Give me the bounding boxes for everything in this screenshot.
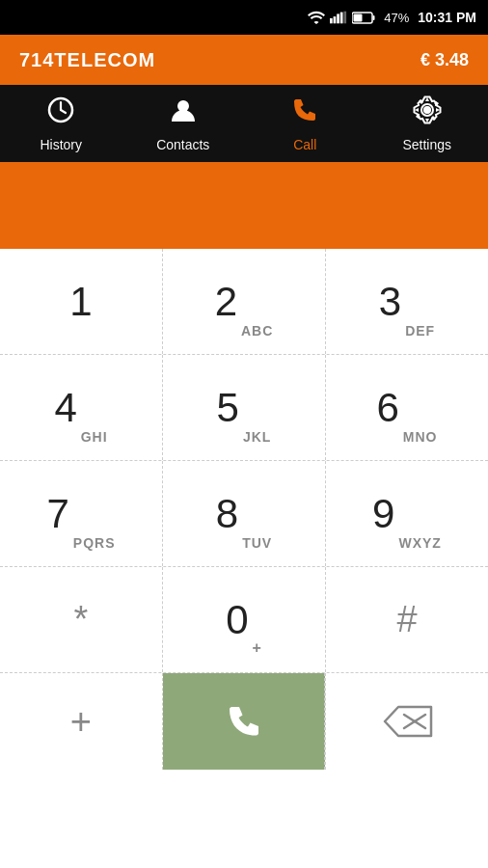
battery-percent: 47% bbox=[384, 11, 409, 25]
status-bar: 47% 10:31 PM bbox=[0, 0, 488, 35]
key-5[interactable]: 5 JKL bbox=[163, 355, 326, 460]
key-7-number: 7 bbox=[46, 491, 68, 537]
tab-history-label: History bbox=[40, 137, 82, 152]
key-3-number: 3 bbox=[379, 279, 401, 325]
key-0[interactable]: 0 + bbox=[163, 567, 326, 672]
backspace-icon bbox=[381, 703, 434, 740]
tab-settings-label: Settings bbox=[402, 137, 451, 152]
keypad-row-4: * 0 + # bbox=[0, 567, 488, 673]
key-9-number: 9 bbox=[372, 491, 394, 537]
key-0-number: 0 bbox=[226, 597, 248, 643]
nav-tabs: History Contacts Call bbox=[0, 85, 488, 162]
key-star[interactable]: * bbox=[0, 567, 163, 672]
battery-icon bbox=[352, 12, 375, 24]
wifi-icon bbox=[308, 11, 325, 24]
key-hash[interactable]: # bbox=[326, 567, 488, 672]
key-4[interactable]: 4 GHI bbox=[0, 355, 163, 460]
svg-rect-4 bbox=[344, 12, 347, 24]
contacts-icon bbox=[169, 95, 198, 131]
svg-rect-0 bbox=[330, 18, 333, 23]
keypad-row-2: 4 GHI 5 JKL 6 MNO bbox=[0, 355, 488, 461]
tab-call[interactable]: Call bbox=[244, 85, 366, 162]
svg-line-10 bbox=[61, 110, 66, 113]
key-4-letters: GHI bbox=[81, 429, 108, 445]
key-6-letters: MNO bbox=[403, 429, 438, 445]
keypad-row-3: 7 PQRS 8 TUV 9 WXYZ bbox=[0, 461, 488, 567]
tab-contacts-label: Contacts bbox=[156, 137, 209, 152]
key-7-letters: PQRS bbox=[73, 535, 116, 551]
svg-rect-6 bbox=[373, 15, 375, 20]
key-star-symbol: * bbox=[74, 599, 89, 640]
key-6[interactable]: 6 MNO bbox=[326, 355, 488, 460]
key-plus-symbol: + bbox=[70, 701, 92, 743]
key-5-letters: JKL bbox=[243, 429, 271, 445]
status-icons: 47% 10:31 PM bbox=[308, 10, 476, 25]
key-1[interactable]: 1 bbox=[0, 249, 163, 354]
key-3-letters: DEF bbox=[405, 323, 435, 339]
key-6-number: 6 bbox=[376, 385, 398, 431]
call-button[interactable] bbox=[163, 673, 326, 770]
battery-status bbox=[352, 12, 375, 24]
key-hash-symbol: # bbox=[396, 599, 417, 640]
backspace-button[interactable] bbox=[325, 673, 488, 770]
history-icon bbox=[46, 95, 75, 131]
svg-rect-7 bbox=[354, 14, 363, 21]
key-2-number: 2 bbox=[215, 279, 237, 325]
key-8-letters: TUV bbox=[242, 535, 272, 551]
tab-call-label: Call bbox=[293, 137, 316, 152]
call-icon bbox=[290, 95, 319, 131]
tab-settings[interactable]: Settings bbox=[366, 85, 489, 162]
key-9[interactable]: 9 WXYZ bbox=[326, 461, 488, 566]
key-add[interactable]: + bbox=[0, 673, 163, 770]
svg-rect-2 bbox=[337, 14, 339, 23]
keypad: 1 2 ABC 3 DEF 4 GHI 5 JKL 6 MNO 7 PQRS bbox=[0, 249, 488, 770]
key-4-number: 4 bbox=[54, 385, 76, 431]
svg-rect-3 bbox=[340, 13, 343, 24]
header-title: 714TELECOM bbox=[19, 49, 155, 71]
settings-icon bbox=[413, 95, 442, 131]
header-balance: € 3.48 bbox=[420, 50, 469, 70]
key-8[interactable]: 8 TUV bbox=[163, 461, 326, 566]
key-5-number: 5 bbox=[217, 385, 239, 431]
keypad-row-bottom: + bbox=[0, 673, 488, 770]
key-3[interactable]: 3 DEF bbox=[326, 249, 488, 354]
key-7[interactable]: 7 PQRS bbox=[0, 461, 163, 566]
tab-history[interactable]: History bbox=[0, 85, 122, 162]
status-time: 10:31 PM bbox=[418, 10, 476, 25]
call-button-icon bbox=[225, 702, 263, 741]
svg-rect-1 bbox=[334, 16, 337, 23]
key-2[interactable]: 2 ABC bbox=[163, 249, 326, 354]
key-8-number: 8 bbox=[216, 491, 238, 537]
keypad-row-1: 1 2 ABC 3 DEF bbox=[0, 249, 488, 355]
key-0-letters: + bbox=[253, 639, 262, 657]
tab-contacts[interactable]: Contacts bbox=[122, 85, 245, 162]
key-9-letters: WXYZ bbox=[398, 535, 441, 551]
key-2-letters: ABC bbox=[241, 323, 273, 339]
svg-point-14 bbox=[423, 106, 430, 113]
signal-icon bbox=[330, 11, 347, 24]
key-1-number: 1 bbox=[69, 279, 92, 325]
header: 714TELECOM € 3.48 bbox=[0, 35, 488, 85]
display-area bbox=[0, 162, 488, 249]
